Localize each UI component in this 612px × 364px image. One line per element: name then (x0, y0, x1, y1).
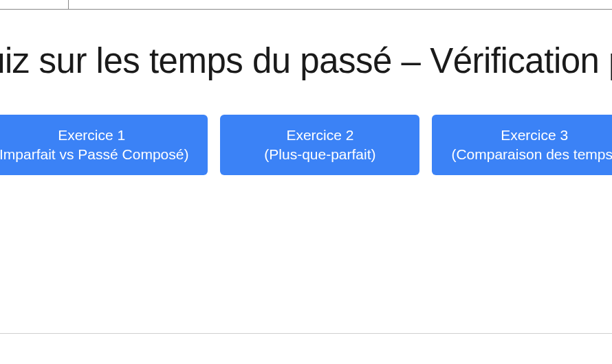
tab-label-line2: (Imparfait vs Passé Composé) (0, 145, 188, 164)
tab-exercice-1[interactable]: Exercice 1 (Imparfait vs Passé Composé) (0, 115, 208, 176)
tab-label-line1: Exercice 3 (451, 126, 612, 145)
top-border (0, 0, 612, 10)
tab-label-line2: (Plus-que-parfait) (239, 145, 400, 164)
page-title: Quiz sur les temps du passé – Vérificati… (0, 41, 612, 82)
tab-label-line1: Exercice 2 (239, 126, 400, 145)
tab-label-line1: Exercice 1 (0, 126, 188, 145)
tab-exercice-2[interactable]: Exercice 2 (Plus-que-parfait) (220, 115, 419, 176)
exercise-tabs-row: Exercice 1 (Imparfait vs Passé Composé) … (0, 115, 612, 176)
tab-exercice-3[interactable]: Exercice 3 (Comparaison des temps) (432, 115, 612, 176)
tab-label-line2: (Comparaison des temps) (451, 145, 612, 164)
main-content: Quiz sur les temps du passé – Vérificati… (0, 0, 612, 175)
top-border-segment (0, 0, 69, 10)
bottom-divider (0, 333, 612, 334)
